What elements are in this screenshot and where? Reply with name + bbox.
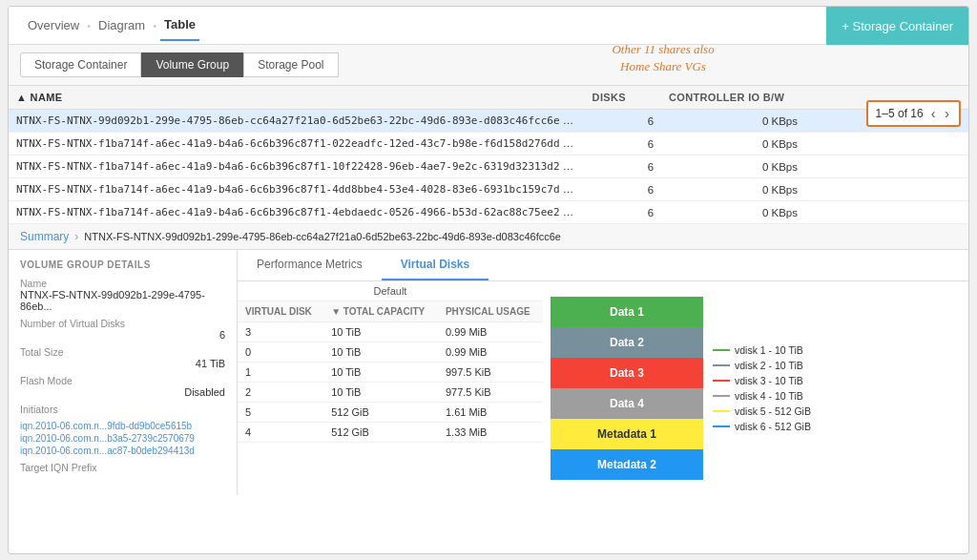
storage-container-button[interactable]: + Storage Container — [826, 7, 968, 45]
share-type-label: Home Share — [574, 160, 585, 172]
vdisk-row[interactable]: 5 512 GiB 1.61 MiB — [238, 403, 543, 423]
default-label: Default — [238, 281, 543, 301]
data-viz: Data 1Data 2Data 3Data 4Metadata 1Metada… — [543, 281, 968, 495]
legend-label: vdisk 4 - 10 TiB — [735, 390, 803, 402]
breadcrumb: Summary › NTNX-FS-NTNX-99d092b1-299e-479… — [9, 224, 968, 250]
right-panel: Performance Metrics Virtual Disks Defaul… — [238, 250, 968, 495]
vdisk-row[interactable]: 4 512 GiB 1.33 MiB — [238, 423, 543, 443]
pagination-text: 1–5 of 16 — [876, 107, 924, 120]
tab-storage-pool[interactable]: Storage Pool — [243, 52, 338, 77]
row-disks: 6 — [585, 156, 661, 178]
bar-segment-data2[interactable]: Data 2 — [551, 327, 703, 358]
stacked-bars: Data 1Data 2Data 3Data 4Metadata 1Metada… — [551, 297, 703, 480]
breadcrumb-separator: › — [74, 230, 78, 243]
pagination: 1–5 of 16 ‹ › — [866, 100, 961, 127]
tab-row: Storage Container Volume Group Storage P… — [9, 45, 968, 86]
row-disks: 6 — [585, 133, 661, 156]
breadcrumb-summary[interactable]: Summary — [20, 230, 69, 243]
legend-line — [713, 410, 730, 412]
legend-item: vdisk 6 - 512 GiB — [713, 421, 811, 432]
row-name: NTNX-FS-NTNX-99d092b1-299e-4795-86eb-cc6… — [9, 110, 585, 133]
col-iobw[interactable]: CONTROLLER IO B/W — [661, 86, 805, 110]
legend-item: vdisk 2 - 10 TiB — [713, 360, 811, 371]
share-type-label: General Share — [574, 114, 585, 126]
pagination-next[interactable]: › — [943, 106, 951, 121]
nav-diagram[interactable]: Diagram — [94, 10, 149, 40]
row-disks: 6 — [585, 201, 661, 224]
table-row[interactable]: NTNX-FS-NTNX-f1ba714f-a6ec-41a9-b4a6-6c6… — [9, 156, 968, 178]
vdisk-id: 4 — [238, 423, 323, 443]
vdisk-usage: 997.5 KiB — [438, 363, 543, 383]
table-row[interactable]: NTNX-FS-NTNX-99d092b1-299e-4795-86eb-cc6… — [9, 110, 968, 133]
annotation: Other 11 shares alsoHome Share VGs — [568, 41, 759, 75]
row-iobw: 0 KBps — [661, 110, 805, 133]
detail-flash-mode: Flash Mode Disabled — [20, 375, 225, 398]
volume-group-table: ▲ NAME DISKS CONTROLLER IO B/W NTNX-FS-N… — [9, 86, 968, 224]
col-name[interactable]: ▲ NAME — [9, 86, 585, 110]
vdisk-col-id[interactable]: VIRTUAL DISK — [238, 301, 323, 322]
row-name: NTNX-FS-NTNX-f1ba714f-a6ec-41a9-b4a6-6c6… — [9, 178, 585, 201]
nav-table[interactable]: Table — [160, 10, 199, 41]
legend-label: vdisk 1 - 10 TiB — [735, 344, 803, 356]
bar-segment-data4[interactable]: Data 4 — [551, 388, 703, 419]
legend-line — [713, 380, 730, 382]
pagination-prev[interactable]: ‹ — [929, 106, 938, 121]
vdisk-table: VIRTUAL DISK ▼ TOTAL CAPACITY PHYSICAL U… — [238, 301, 543, 443]
row-extra — [805, 178, 968, 201]
share-type-label: Home Share — [574, 206, 585, 218]
row-iobw: 0 KBps — [661, 201, 805, 224]
table-row[interactable]: NTNX-FS-NTNX-f1ba714f-a6ec-41a9-b4a6-6c6… — [9, 133, 968, 156]
vdisk-capacity: 10 TiB — [323, 342, 438, 363]
vdisk-id: 1 — [238, 363, 323, 383]
row-iobw: 0 KBps — [661, 133, 805, 156]
legend-item: vdisk 5 - 512 GiB — [713, 405, 811, 417]
vdisk-capacity: 10 TiB — [323, 322, 438, 342]
bar-segment-meta2[interactable]: Metadata 2 — [551, 449, 703, 480]
initiator-item: iqn.2010-06.com.n...9fdb-dd9b0ce5615b — [20, 421, 225, 431]
legend-line — [713, 364, 730, 366]
tab-storage-container[interactable]: Storage Container — [20, 52, 141, 77]
vdisk-id: 3 — [238, 322, 323, 342]
bar-segment-data1[interactable]: Data 1 — [551, 297, 703, 327]
row-disks: 6 — [585, 178, 661, 201]
row-extra — [805, 201, 968, 224]
nav-sep-2: • — [153, 20, 156, 31]
nav-overview[interactable]: Overview — [24, 10, 83, 40]
main-table-section: ▲ NAME DISKS CONTROLLER IO B/W NTNX-FS-N… — [9, 86, 968, 224]
vdisk-id: 0 — [238, 342, 323, 363]
row-iobw: 0 KBps — [661, 178, 805, 201]
bar-segment-meta1[interactable]: Metadata 1 — [551, 419, 703, 449]
vdisk-usage: 1.61 MiB — [438, 403, 543, 423]
vdisk-row[interactable]: 2 10 TiB 977.5 KiB — [238, 383, 543, 403]
row-name: NTNX-FS-NTNX-f1ba714f-a6ec-41a9-b4a6-6c6… — [9, 156, 585, 178]
details-panel: VOLUME GROUP DETAILS Name NTNX-FS-NTNX-9… — [9, 250, 238, 495]
vdisk-col-usage[interactable]: PHYSICAL USAGE — [438, 301, 543, 322]
vdisk-capacity: 10 TiB — [323, 363, 438, 383]
vdisk-row[interactable]: 1 10 TiB 997.5 KiB — [238, 363, 543, 383]
bar-segment-data3[interactable]: Data 3 — [551, 358, 703, 388]
tab-performance-metrics[interactable]: Performance Metrics — [238, 250, 382, 280]
table-row[interactable]: NTNX-FS-NTNX-f1ba714f-a6ec-41a9-b4a6-6c6… — [9, 178, 968, 201]
legend-item: vdisk 4 - 10 TiB — [713, 390, 811, 402]
table-row[interactable]: NTNX-FS-NTNX-f1ba714f-a6ec-41a9-b4a6-6c6… — [9, 201, 968, 224]
vdisk-row[interactable]: 3 10 TiB 0.99 MiB — [238, 322, 543, 342]
col-disks[interactable]: DISKS — [585, 86, 661, 110]
initiator-item: iqn.2010-06.com.n...ac87-b0deb294413d — [20, 446, 225, 456]
breadcrumb-path: NTNX-FS-NTNX-99d092b1-299e-4795-86eb-cc6… — [84, 231, 561, 242]
vdisk-capacity: 512 GiB — [323, 423, 438, 443]
legend-label: vdisk 5 - 512 GiB — [735, 405, 811, 417]
legend-line — [713, 395, 730, 397]
initiators-list: iqn.2010-06.com.n...9fdb-dd9b0ce5615biqn… — [20, 421, 225, 456]
row-iobw: 0 KBps — [661, 156, 805, 178]
share-type-label: Home Share — [574, 183, 585, 195]
vdisk-col-capacity[interactable]: ▼ TOTAL CAPACITY — [323, 301, 438, 322]
tab-virtual-disks[interactable]: Virtual Disks — [382, 250, 488, 280]
bottom-section: VOLUME GROUP DETAILS Name NTNX-FS-NTNX-9… — [9, 250, 968, 495]
tab-volume-group[interactable]: Volume Group — [141, 52, 243, 77]
vdisk-usage: 0.99 MiB — [438, 342, 543, 363]
top-nav: Overview • Diagram • Table + Storage Con… — [9, 7, 968, 45]
vdisk-row[interactable]: 0 10 TiB 0.99 MiB — [238, 342, 543, 363]
detail-target-iqn: Target IQN Prefix — [20, 462, 225, 473]
detail-initiators: Initiators — [20, 404, 225, 415]
legend-label: vdisk 2 - 10 TiB — [735, 360, 803, 371]
